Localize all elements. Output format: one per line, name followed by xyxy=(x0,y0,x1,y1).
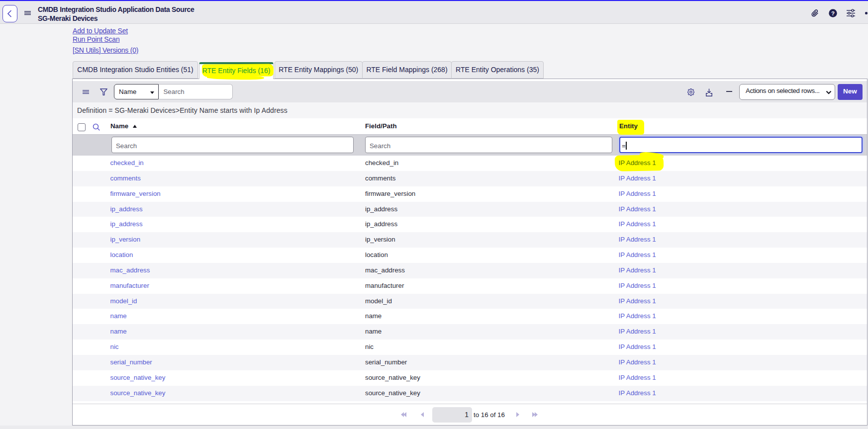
svg-text:?: ? xyxy=(831,10,835,16)
